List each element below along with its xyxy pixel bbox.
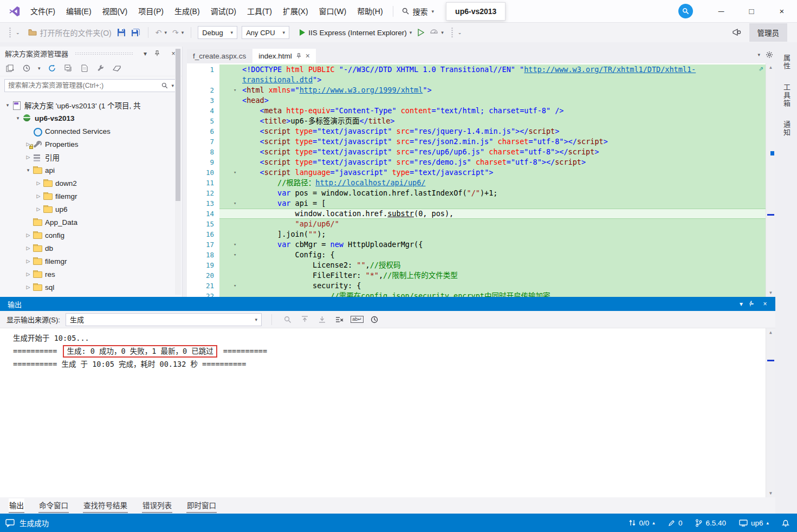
output-title-bar[interactable]: 输出 ▾ × [0, 297, 775, 311]
editor-tab[interactable]: f_create.aspx.cs [187, 49, 252, 63]
open-containing-folder-button[interactable]: 打开所在的文件夹(O) [25, 25, 114, 40]
start-debugging-button[interactable]: IIS Express (Internet Explorer) ▾ [296, 27, 414, 38]
tree-item[interactable]: ▷Properties [0, 138, 182, 151]
minimize-button[interactable]: ─ [706, 0, 736, 22]
code-line[interactable]: 19 License2: "",//授权码 [187, 260, 766, 270]
clear-all-icon[interactable] [334, 314, 346, 326]
toolbar-grip[interactable] [9, 27, 11, 38]
menu-item[interactable]: 项目(P) [133, 1, 169, 22]
menu-item[interactable]: 调试(D) [205, 1, 242, 22]
code-line[interactable]: 14 window.location.href.substr(0, pos), [187, 209, 766, 219]
code-editor[interactable]: 1<!DOCTYPE html PUBLIC "-//W3C//DTD XHTM… [187, 63, 775, 297]
side-tab[interactable]: 属性 [781, 52, 792, 73]
menu-item[interactable]: 文件(F) [25, 1, 61, 22]
find-message-icon[interactable] [282, 314, 294, 326]
side-tab[interactable]: 工具箱 [781, 81, 792, 110]
output-scrollbar[interactable]: ▲ ▼ [766, 328, 775, 497]
toolbar-grip[interactable] [451, 27, 453, 38]
chevron-down-icon[interactable]: ▾ [3, 102, 12, 108]
collapse-all-icon[interactable] [63, 63, 73, 73]
performance-profiler-button[interactable]: ▾ [427, 27, 446, 38]
menu-item[interactable]: 扩展(X) [277, 1, 314, 22]
scroll-down-arrow[interactable]: ▼ [766, 489, 775, 497]
code-line[interactable]: 7 <script type="text/javascript" src="re… [187, 137, 766, 147]
fold-marker-icon[interactable]: ▾ [219, 239, 242, 250]
side-tab[interactable]: 通知 [781, 119, 792, 139]
tree-item[interactable]: App_Data [0, 216, 182, 229]
code-line[interactable]: 4 <meta http-equiv="Content-Type" conten… [187, 106, 766, 116]
chevron-right-icon[interactable]: ▷ [24, 232, 33, 238]
code-line[interactable]: 3<head> [187, 95, 766, 106]
code-line[interactable]: 12 var pos = window.location.href.lastIn… [187, 188, 766, 198]
window-options-gear-icon[interactable] [766, 51, 773, 59]
active-files-dropdown-icon[interactable]: ▾ [757, 52, 760, 57]
chevron-right-icon[interactable]: ▷ [34, 206, 43, 212]
tree-item[interactable]: ▷db [0, 242, 182, 255]
word-wrap-icon[interactable]: ab↵ [351, 314, 363, 326]
code-line[interactable]: 18▾ Config: { [187, 250, 766, 260]
next-message-icon[interactable] [316, 314, 328, 326]
tree-item[interactable]: ▷filemgr [0, 190, 182, 203]
autoscroll-icon[interactable] [368, 314, 380, 326]
solution-configurations-dropdown[interactable]: Debug ▾ [198, 26, 237, 39]
editor-tab[interactable]: index.html× [252, 49, 316, 63]
code-line[interactable]: 1<!DOCTYPE html PUBLIC "-//W3C//DTD XHTM… [187, 64, 766, 75]
git-sync-status[interactable]: 0/0 ▴ [628, 519, 655, 527]
panel-tab[interactable]: 输出 [9, 498, 24, 513]
code-line[interactable]: 10▾ <script language="javascript" type="… [187, 167, 766, 178]
admin-button[interactable]: 管理员 [749, 23, 788, 42]
scroll-down-arrow[interactable]: ▼ [766, 289, 775, 297]
editor-scrollbar[interactable]: ▲ ▼ [766, 63, 775, 297]
chevron-right-icon[interactable]: ▷ [34, 180, 43, 186]
fold-marker-icon[interactable]: ▾ [219, 250, 242, 260]
output-source-dropdown[interactable]: 生成 ▾ [66, 313, 262, 326]
tree-item[interactable]: ▷config [0, 229, 182, 242]
redo-button[interactable]: ↷▾ [170, 27, 186, 38]
code-line[interactable]: 8 <script type="text/javascript" src="re… [187, 147, 766, 157]
chevron-down-icon[interactable]: ▾ [140, 50, 151, 57]
code-line[interactable]: transitional.dtd"> [187, 75, 766, 85]
pending-edits-status[interactable]: 0 [668, 519, 683, 527]
tree-item[interactable]: Connected Services [0, 125, 182, 138]
feedback-icon[interactable] [732, 28, 742, 37]
search-icon[interactable] [161, 82, 168, 89]
properties-icon[interactable] [96, 63, 106, 73]
chevron-right-icon[interactable]: ▷ [34, 193, 43, 199]
close-icon[interactable]: × [759, 300, 771, 308]
panel-tab[interactable]: 错误列表 [142, 498, 172, 513]
scroll-up-arrow[interactable]: ▲ [766, 63, 775, 72]
pin-icon[interactable] [296, 53, 302, 59]
tree-item[interactable]: ▷sql [0, 281, 182, 294]
code-line[interactable]: 20 FileFilter: "*",//限制上传的文件类型 [187, 270, 766, 281]
code-line[interactable]: 9 <script type="text/javascript" src="re… [187, 157, 766, 167]
tree-item[interactable]: ▾解决方案 'up6-vs2013' (1 个项目, 共 [0, 99, 182, 112]
maximize-button[interactable]: □ [736, 0, 767, 22]
tree-item[interactable]: ▷filemgr [0, 255, 182, 268]
pin-icon[interactable] [747, 301, 759, 307]
chevron-down-icon[interactable]: ▾ [735, 300, 747, 308]
menu-item[interactable]: 视图(V) [97, 1, 133, 22]
solution-search-input[interactable] [8, 82, 161, 89]
fold-marker-icon[interactable]: ▾ [219, 281, 242, 291]
code-line[interactable]: 2▾<html xmlns="http://www.w3.org/1999/xh… [187, 85, 766, 95]
code-line[interactable]: 13▾ var api = [ [187, 198, 766, 209]
chevron-right-icon[interactable]: ▷ [24, 284, 33, 290]
menu-item[interactable]: 工具(T) [242, 1, 277, 22]
tree-item[interactable]: ▷up6 [0, 203, 182, 216]
code-line[interactable]: 15 "api/up6/" [187, 219, 766, 229]
menu-item[interactable]: 生成(B) [169, 1, 205, 22]
show-all-files-icon[interactable] [80, 63, 89, 73]
chevron-down-icon[interactable]: ▾ [14, 115, 22, 121]
code-line[interactable]: 6 <script type="text/javascript" src="re… [187, 126, 766, 137]
fold-marker-icon[interactable]: ▾ [219, 198, 242, 209]
refresh-icon[interactable] [47, 63, 57, 73]
toolbar-overflow-icon[interactable]: ⌄ [16, 30, 20, 35]
repository-status[interactable]: up6 ▴ [739, 519, 769, 527]
solution-explorer-header[interactable]: 解决方案资源管理器 ▾ × [0, 47, 182, 60]
close-button[interactable]: × [767, 0, 797, 22]
solution-explorer-scrollbar[interactable] [175, 49, 181, 295]
scroll-up-arrow[interactable]: ▲ [766, 328, 775, 336]
panel-tab[interactable]: 即时窗口 [186, 498, 217, 513]
tree-item[interactable]: ▷res [0, 268, 182, 281]
tree-item[interactable]: ▾up6-vs2013 [0, 112, 182, 125]
